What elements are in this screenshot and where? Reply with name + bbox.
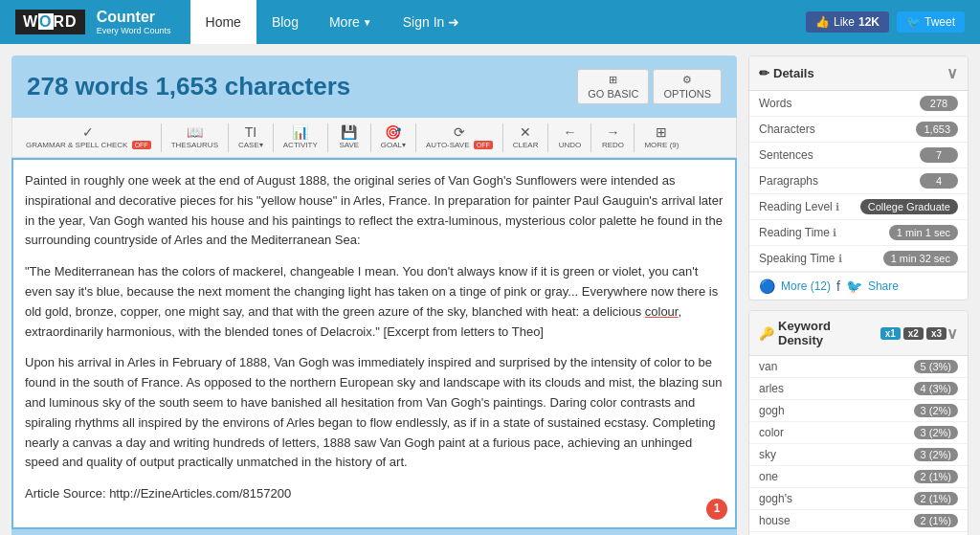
detail-row-words: Words 278 [749, 91, 968, 117]
reading-level-badge: College Graduate [860, 199, 958, 214]
keyword-header: 🔑 Keyword Density x1 x2 x3 ∨ [749, 311, 968, 356]
kw-row-goghs: gogh's 2 (1%) [749, 488, 968, 510]
detail-row-reading-level: Reading Level ℹ College Graduate [749, 194, 968, 220]
more-details-link[interactable]: More (12) [781, 279, 831, 293]
target-icon: 🎯 [385, 125, 401, 139]
info-icon: ℹ [835, 201, 839, 212]
keyword-density-panel: 🔑 Keyword Density x1 x2 x3 ∨ van 5 (3%) … [748, 310, 969, 535]
word-char-count: 278 words 1,653 characters [27, 72, 350, 101]
case-button[interactable]: TI CASE▾ [233, 122, 269, 153]
options-button[interactable]: ⚙ OPTIONS [653, 69, 722, 104]
grid-icon: ⊞ [656, 125, 667, 139]
grammar-spell-check-button[interactable]: ✓ GRAMMAR & SPELL CHECK OFF [20, 122, 157, 153]
details-panel: ✏ Details ∨ Words 278 Characters 1,653 S… [748, 56, 969, 301]
details-more-share: 🔵 More (12) f 🐦 Share [749, 272, 968, 300]
main-nav: Home Blog More ▼ Sign In ➜ [190, 0, 476, 44]
kw-x1-button[interactable]: x1 [880, 327, 901, 340]
kw-row-house: house 2 (1%) [749, 510, 968, 532]
divider [273, 123, 274, 152]
book-icon: 📖 [187, 125, 203, 139]
divider [502, 123, 503, 152]
detail-row-characters: Characters 1,653 [749, 117, 968, 143]
nav-blog[interactable]: Blog [256, 0, 314, 44]
undo-icon: ← [563, 125, 576, 139]
save-icon: 💾 [341, 125, 357, 139]
facebook-like-button[interactable]: 👍 Like 12K [806, 11, 889, 33]
redo-icon: → [606, 125, 619, 139]
more-button[interactable]: ⊞ MORE (9) [638, 122, 684, 153]
stats-bar-bottom: 278 words 1,653 characters [11, 529, 737, 535]
nav-home[interactable]: Home [190, 0, 256, 44]
thesaurus-button[interactable]: 📖 THESAURUS [166, 122, 224, 153]
logo-counter: Counter Every Word Counts [97, 8, 171, 36]
paragraph-2: "The Mediterranean has the colors of mac… [25, 262, 724, 342]
thumb-icon: 👍 [815, 15, 830, 29]
kw-row-sky: sky 3 (2%) [749, 444, 968, 466]
key-icon: 🔑 [759, 326, 774, 341]
nav-signin[interactable]: Sign In ➜ [388, 0, 475, 44]
bar-chart-icon: 📊 [292, 125, 308, 139]
case-icon: TI [245, 125, 256, 139]
detail-row-paragraphs: Paragraphs 4 [749, 168, 968, 194]
kw-row-gogh: gogh 3 (2%) [749, 400, 968, 422]
text-content: Painted in roughly one week at the end o… [25, 171, 724, 504]
kw-row-arles: arles 4 (3%) [749, 378, 968, 400]
left-panel: 278 words 1,653 characters ⊞ GO BASIC ⚙ … [11, 56, 737, 535]
detail-row-sentences: Sentences 7 [749, 143, 968, 168]
autosave-button[interactable]: ⟳ AUTO-SAVE OFF [420, 122, 499, 153]
goal-button[interactable]: 🎯 GOAL▾ [375, 122, 412, 153]
clear-button[interactable]: ✕ CLEAR [507, 122, 545, 153]
autosave-icon: ⟳ [454, 125, 465, 139]
kw-x2-button[interactable]: x2 [903, 327, 924, 340]
detail-row-reading-time: Reading Time ℹ 1 min 1 sec [749, 220, 968, 246]
stats-bar-top: 278 words 1,653 characters ⊞ GO BASIC ⚙ … [11, 56, 737, 118]
toolbar: ✓ GRAMMAR & SPELL CHECK OFF 📖 THESAURUS … [11, 118, 737, 158]
header-actions: 👍 Like 12K 🐦 Tweet [806, 11, 965, 33]
collapse-keywords-button[interactable]: ∨ [947, 324, 958, 343]
divider [415, 123, 416, 152]
clear-icon: ✕ [520, 125, 531, 139]
right-panel: ✏ Details ∨ Words 278 Characters 1,653 S… [748, 56, 969, 535]
twitter-share-icon[interactable]: 🐦 [846, 279, 862, 294]
save-button[interactable]: 💾 SAVE [332, 122, 367, 153]
main-container: 278 words 1,653 characters ⊞ GO BASIC ⚙ … [0, 44, 980, 535]
logo-text: WORD [23, 13, 78, 30]
twitter-icon: 🐦 [906, 15, 921, 29]
kw-row-van: van 5 (3%) [749, 356, 968, 378]
checkmark-icon: ✓ [82, 125, 94, 139]
divider [634, 123, 635, 152]
pencil-icon: ✏ [759, 66, 769, 80]
redo-button[interactable]: → REDO [595, 122, 630, 153]
chevron-down-icon: ▼ [363, 17, 372, 28]
divider [327, 123, 328, 152]
detail-row-speaking-time: Speaking Time ℹ 1 min 32 sec [749, 246, 968, 272]
paragraph-1: Painted in roughly one week at the end o… [25, 171, 724, 251]
divider [590, 123, 591, 152]
toggle-icon: 🔵 [759, 279, 775, 294]
error-badge: 1 [706, 499, 727, 520]
divider [370, 123, 371, 152]
paragraph-3: Upon his arrival in Arles in February of… [25, 353, 724, 473]
tagline: Every Word Counts [97, 26, 171, 36]
info-icon: ℹ [838, 253, 842, 264]
kw-row-color: color 3 (2%) [749, 422, 968, 444]
logo[interactable]: WORD [15, 10, 85, 34]
undo-button[interactable]: ← UNDO [552, 122, 587, 153]
kw-row-one: one 2 (1%) [749, 466, 968, 488]
facebook-share-icon[interactable]: f [836, 279, 840, 294]
grammar-off-badge: OFF [132, 141, 151, 149]
header: WORD Counter Every Word Counts Home Blog… [0, 0, 980, 44]
collapse-details-button[interactable]: ∨ [947, 64, 958, 82]
info-icon: ℹ [833, 227, 836, 238]
go-basic-button[interactable]: ⊞ GO BASIC [577, 69, 649, 104]
share-link[interactable]: Share [868, 279, 899, 293]
autosave-off-badge: OFF [474, 141, 493, 149]
text-editor[interactable]: Painted in roughly one week at the end o… [11, 158, 737, 529]
kw-x3-button[interactable]: x3 [926, 327, 947, 340]
nav-more[interactable]: More ▼ [314, 0, 388, 44]
activity-button[interactable]: 📊 ACTIVITY [278, 122, 323, 153]
details-header: ✏ Details ∨ [749, 56, 968, 91]
tweet-button[interactable]: 🐦 Tweet [897, 11, 965, 33]
layout-icon: ⊞ [609, 74, 617, 86]
counter-text: Counter [97, 8, 171, 26]
